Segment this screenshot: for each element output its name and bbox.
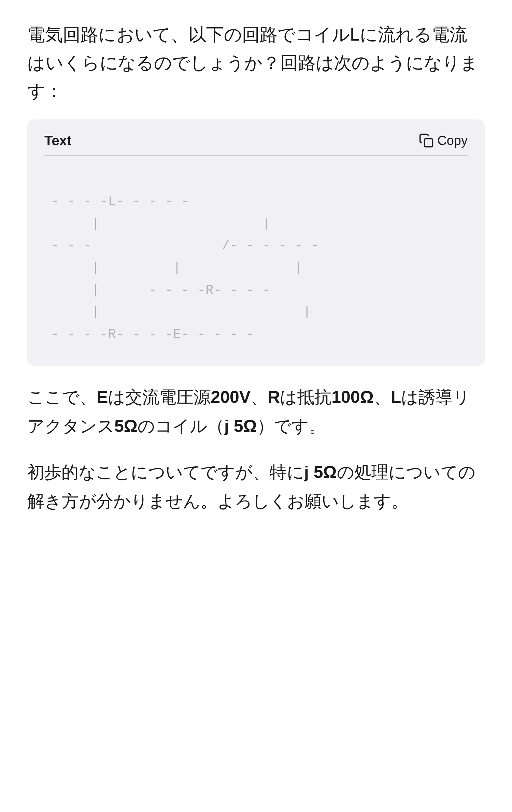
question-extra: 初歩的なことについてですが、特にj 5Ωの処理についての解き方が分かりません。よ…: [27, 458, 485, 516]
r-label: R: [268, 388, 280, 407]
copy-icon: [419, 133, 434, 148]
e-label: E: [97, 388, 108, 407]
copy-label: Copy: [437, 133, 468, 148]
question-text: 電気回路において、以下の回路でコイルLに流れる電流はいくらになるのでしょうか？回…: [27, 20, 485, 106]
circuit-card-title: Text: [44, 133, 71, 148]
circuit-card-header: Text Copy: [44, 133, 468, 148]
l-label: L: [391, 388, 401, 407]
circuit-diagram: - - - -L- - - - - | | - - - /- - - - - -…: [44, 166, 468, 349]
svg-rect-0: [425, 139, 433, 147]
copy-button[interactable]: Copy: [419, 133, 468, 148]
j5-label: j 5Ω: [304, 463, 337, 482]
reactance-value: 5Ω: [114, 417, 138, 436]
j-value: j 5Ω: [224, 417, 257, 436]
resistance-value: 100Ω: [331, 388, 374, 407]
divider: [44, 155, 468, 156]
voltage-value: 200V: [211, 388, 251, 407]
description-text: ここで、Eは交流電圧源200V、Rは抵抗100Ω、Lは誘導リアクタンス5Ωのコイ…: [27, 383, 485, 441]
circuit-card: Text Copy - - - -L- - - - - | | - - - /-…: [27, 119, 485, 366]
